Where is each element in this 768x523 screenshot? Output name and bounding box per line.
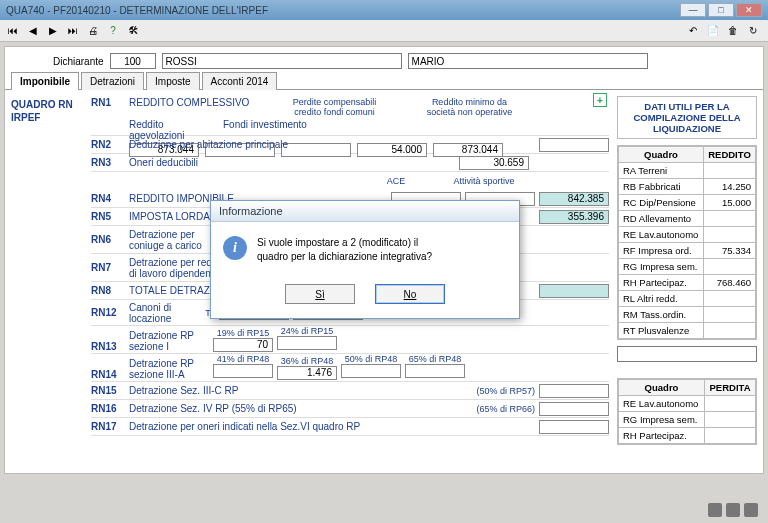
table-row: RE Lav.autonomo xyxy=(619,227,756,243)
att-sport-label: Attività sportive xyxy=(439,176,529,186)
rn13-code: RN13 xyxy=(91,341,125,352)
print-icon[interactable]: 🖨 xyxy=(84,22,102,40)
table-row: RH Partecipaz.768.460 xyxy=(619,275,756,291)
rn2-v[interactable] xyxy=(539,138,609,152)
declarant-label: Dichiarante xyxy=(53,56,104,67)
status-dot-icon xyxy=(744,503,758,517)
status-bar-icons xyxy=(708,503,758,517)
rn12-desc: Canoni dilocazione xyxy=(129,302,171,324)
rn14-v2[interactable]: 1.476 xyxy=(277,366,337,380)
rn1-col3: Perdite compensabili credito fondi comun… xyxy=(289,97,379,117)
section-title-line2: IRPEF xyxy=(11,111,83,124)
declarant-name-input[interactable] xyxy=(408,53,648,69)
nav-first-icon[interactable]: ⏮ xyxy=(4,22,22,40)
rn16-v[interactable] xyxy=(539,402,609,416)
delete-icon[interactable]: 🗑 xyxy=(724,22,742,40)
declarant-code-input[interactable] xyxy=(110,53,156,69)
liquidazione-title: DATI UTILI PER LA COMPILAZIONE DELLA LIQ… xyxy=(618,97,756,138)
rn3-title: Oneri deducibili xyxy=(129,157,455,168)
rn6-code: RN6 xyxy=(91,234,125,245)
table-row: RG Impresa sem. xyxy=(619,259,756,275)
rn13-v1[interactable]: 70 xyxy=(213,338,273,352)
table-row: RC Dip/Pensione15.000 xyxy=(619,195,756,211)
maximize-button[interactable]: □ xyxy=(708,3,734,17)
table-row: RD Allevamento xyxy=(619,211,756,227)
minimize-button[interactable]: — xyxy=(680,3,706,17)
rn5-code: RN5 xyxy=(91,211,125,222)
window-titlebar: QUA740 - PF20140210 - DETERMINAZIONE DEL… xyxy=(0,0,768,20)
tab-detrazioni[interactable]: Detrazioni xyxy=(81,72,144,90)
rn1-col4: Reddito minimo da società non operative xyxy=(419,97,519,117)
dialog-message: Si vuole impostare a 2 (modificato) il q… xyxy=(257,236,507,264)
help-icon[interactable]: ? xyxy=(104,22,122,40)
window-title: QUA740 - PF20140210 - DETERMINAZIONE DEL… xyxy=(6,5,678,16)
rn8-v[interactable] xyxy=(539,284,609,298)
yes-button[interactable]: Sì xyxy=(285,284,355,304)
rn3-v[interactable]: 30.659 xyxy=(459,156,529,170)
tab-imponibile[interactable]: Imponibile xyxy=(11,72,79,90)
reddito-hdr-quadro: Quadro xyxy=(619,147,704,163)
table-row: RB Fabbricati14.250 xyxy=(619,179,756,195)
perdita-hdr-perdita: PERDITA xyxy=(705,380,756,396)
tab-imposte[interactable]: Imposte xyxy=(146,72,200,90)
rn13-v2[interactable] xyxy=(277,336,337,350)
copy-icon[interactable]: 📄 xyxy=(704,22,722,40)
rn15-v[interactable] xyxy=(539,384,609,398)
nav-prev-icon[interactable]: ◀ xyxy=(24,22,42,40)
tools-icon[interactable]: 🛠 xyxy=(124,22,142,40)
main-toolbar: ⏮ ◀ ▶ ⏭ 🖨 ? 🛠 ↶ 📄 🗑 ↻ xyxy=(0,20,768,42)
rn5-v[interactable]: 355.396 xyxy=(539,210,609,224)
rn14-v3[interactable] xyxy=(341,364,401,378)
rn4-v[interactable]: 842.385 xyxy=(539,192,609,206)
table-row: RA Terreni xyxy=(619,163,756,179)
ace-label: ACE xyxy=(357,176,435,186)
close-button[interactable]: ✕ xyxy=(736,3,762,17)
rn13-desc: Detrazione RPsezione I xyxy=(129,330,209,352)
section-title-line1: QUADRO RN xyxy=(11,98,83,111)
rn15-title: Detrazione Sez. III-C RP xyxy=(129,385,472,396)
nav-next-icon[interactable]: ▶ xyxy=(44,22,62,40)
undo-icon[interactable]: ↶ xyxy=(684,22,702,40)
rn17-code: RN17 xyxy=(91,421,125,432)
table-row: RH Partecipaz. xyxy=(619,428,756,444)
rn3-code: RN3 xyxy=(91,157,125,168)
rn2-title: Deduzione per abitazione principale xyxy=(129,139,535,150)
rn14-desc: Detrazione RPsezione III-A xyxy=(129,358,209,380)
rn15-pct: (50% di RP57) xyxy=(476,386,535,396)
perdita-table-panel: QuadroPERDITA RE Lav.autonomo RG Impresa… xyxy=(617,378,757,445)
totale-reddito-input[interactable] xyxy=(617,346,757,362)
right-panels: DATI UTILI PER LA COMPILAZIONE DELLA LIQ… xyxy=(617,96,757,444)
liquidazione-panel: DATI UTILI PER LA COMPILAZIONE DELLA LIQ… xyxy=(617,96,757,139)
rn12-code: RN12 xyxy=(91,307,125,318)
rn14-c1: 41% di RP48 xyxy=(213,354,273,364)
tab-bar: Imponibile Detrazioni Imposte Acconti 20… xyxy=(5,71,763,90)
add-row-button[interactable]: + xyxy=(593,93,607,107)
rn17-title: Detrazione per oneri indicati nella Sez.… xyxy=(129,421,535,432)
rn13-c1: 19% di RP15 xyxy=(213,328,273,338)
table-row: RT Plusvalenze xyxy=(619,323,756,339)
rn14-v4[interactable] xyxy=(405,364,465,378)
info-dialog: Informazione i Si vuole impostare a 2 (m… xyxy=(210,200,520,319)
status-dot-icon xyxy=(726,503,740,517)
rn15-code: RN15 xyxy=(91,385,125,396)
reddito-hdr-reddito: REDDITO xyxy=(704,147,756,163)
rn1-col2: Fondi investimento xyxy=(223,119,313,141)
rn6-desc: Detrazione perconiuge a carico xyxy=(129,229,202,251)
rn14-code: RN14 xyxy=(91,369,125,380)
table-row: RL Altri redd. xyxy=(619,291,756,307)
rn13-c2: 24% di RP15 xyxy=(277,326,337,336)
nav-last-icon[interactable]: ⏭ xyxy=(64,22,82,40)
no-button[interactable]: No xyxy=(375,284,445,304)
rn1-col1: Reddito agevolazioni xyxy=(129,119,219,141)
table-row: RF Impresa ord.75.334 xyxy=(619,243,756,259)
rn16-title: Detrazione Sez. IV RP (55% di RP65) xyxy=(129,403,472,414)
rn14-v1[interactable] xyxy=(213,364,273,378)
reddito-table: QuadroREDDITO RA Terreni RB Fabbricati14… xyxy=(618,146,756,339)
rn1-title: REDDITO COMPLESSIVO xyxy=(129,97,249,117)
tab-acconti[interactable]: Acconti 2014 xyxy=(202,72,278,90)
info-icon: i xyxy=(223,236,247,260)
declarant-surname-input[interactable] xyxy=(162,53,402,69)
rn17-v[interactable] xyxy=(539,420,609,434)
rn16-code: RN16 xyxy=(91,403,125,414)
refresh-icon[interactable]: ↻ xyxy=(744,22,762,40)
